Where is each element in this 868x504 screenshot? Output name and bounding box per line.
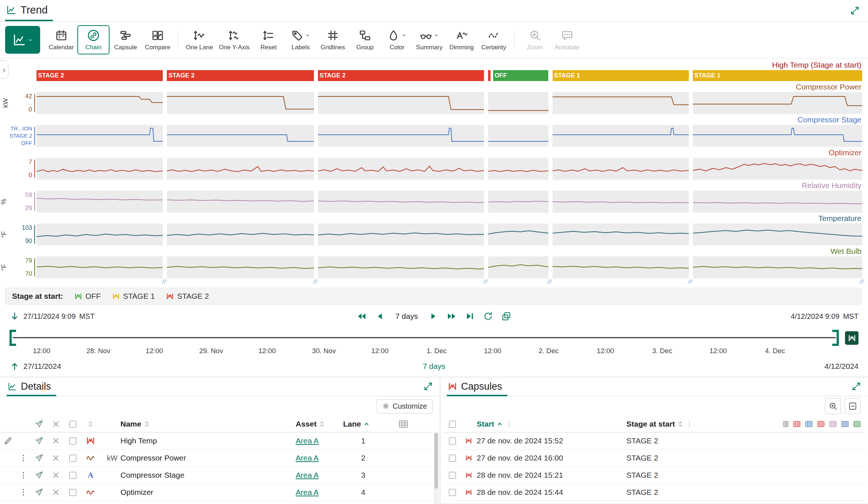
toolbar-summary[interactable]: Summary [413, 25, 446, 54]
details-expand-icon[interactable] [423, 381, 433, 392]
row-checkbox[interactable] [69, 455, 76, 462]
capsule-checkbox[interactable] [449, 455, 456, 462]
column-header-stage[interactable]: Stage at start [626, 420, 675, 428]
add-column-icon[interactable] [817, 420, 825, 428]
timeline-start-handle[interactable] [9, 330, 16, 346]
tab-capsules[interactable]: Capsules [447, 381, 507, 396]
lane-plot-wet-bulb[interactable] [37, 256, 862, 278]
step-forward-button[interactable] [428, 311, 438, 321]
lane-plot-compressor-power[interactable] [37, 92, 862, 114]
capsules-expand-icon[interactable] [851, 381, 861, 392]
fast-backward-button[interactable] [357, 311, 367, 321]
toolbar-one-lane[interactable]: One Lane [183, 25, 216, 54]
toolbar-dimming[interactable]: Dimming [446, 25, 478, 54]
remove-icon[interactable] [51, 470, 61, 480]
capsules-select-all-checkbox[interactable] [449, 421, 456, 428]
column-header-asset[interactable]: Asset [296, 420, 316, 428]
step-backward-button[interactable] [375, 311, 385, 321]
investigate-down-icon[interactable] [9, 311, 20, 321]
edit-icon[interactable] [3, 436, 13, 446]
row-checkbox[interactable] [69, 438, 76, 444]
column-header-start[interactable]: Start [477, 420, 494, 428]
toolbar-chain[interactable]: Chain [77, 25, 110, 54]
toolbar-compare[interactable]: Compare [142, 25, 174, 54]
row-menu-icon[interactable] [19, 453, 28, 463]
lane-plot-compressor-stage[interactable] [37, 125, 862, 147]
remove-icon[interactable] [51, 453, 61, 463]
details-row[interactable]: OptimizerArea A4 [0, 484, 433, 501]
toolbar-capsule[interactable]: Capsule [110, 25, 142, 54]
toolbar-one-y-axis[interactable]: One Y-Axis [216, 25, 253, 54]
capsule-segment[interactable]: STAGE 1 [693, 70, 862, 81]
legend-item[interactable]: STAGE 1 [112, 292, 155, 301]
capsule-row[interactable]: 28 de nov. de 2024 15:21STAGE 2 [444, 467, 864, 484]
capsule-segment[interactable] [488, 70, 491, 81]
row-menu-icon[interactable] [19, 470, 28, 480]
capsule-row[interactable]: 28 de nov. de 2024 15:44STAGE 2 [444, 484, 864, 501]
row-checkbox[interactable] [69, 472, 76, 479]
tab-details[interactable]: Details [7, 381, 56, 396]
row-checkbox[interactable] [69, 489, 76, 496]
add-column-icon[interactable] [829, 420, 837, 428]
lane-plot-optimizer[interactable] [37, 158, 862, 180]
select-all-checkbox[interactable] [69, 421, 76, 428]
details-row[interactable]: High TempArea A1 [0, 432, 433, 450]
details-row[interactable]: ACompressor StageArea A3 [0, 467, 433, 484]
timeline-end-handle[interactable] [832, 330, 839, 346]
tab-trend[interactable]: Trend [5, 0, 53, 21]
customize-button[interactable]: Customize [377, 399, 433, 413]
remove-icon[interactable] [51, 488, 61, 497]
panel-collapse-handle[interactable]: › [0, 61, 8, 79]
capsule-row[interactable]: 27 de nov. de 2024 15:52STAGE 2 [444, 432, 864, 450]
investigate-up-icon[interactable] [9, 361, 20, 371]
timeline-track[interactable] [13, 337, 836, 338]
y-axis-temperature[interactable]: °F10390 [0, 224, 37, 245]
toolbar-group[interactable]: Group [349, 25, 381, 54]
toolbar-annotate[interactable]: Annotate [551, 25, 583, 54]
explore-icon[interactable] [34, 436, 44, 446]
explore-all-icon[interactable] [34, 419, 44, 429]
series-label-compressor-power[interactable]: Compressor Power [0, 82, 868, 92]
column-header-name[interactable]: Name [120, 420, 141, 428]
capsule-checkbox[interactable] [449, 489, 456, 496]
series-label-high-temp[interactable]: High Temp (Stage at start) [0, 60, 868, 70]
capsule-row[interactable]: 27 de nov. de 2024 16:00STAGE 2 [444, 450, 864, 467]
y-axis-compressor-stage[interactable]: TR...IONSTAGE 2OFF [0, 125, 37, 147]
sort-stage-icon[interactable] [676, 420, 684, 428]
scrollbar-thumb[interactable] [434, 433, 438, 489]
table-columns-icon[interactable] [398, 419, 409, 429]
start-column-menu-icon[interactable] [505, 420, 512, 428]
details-scrollbar[interactable] [434, 432, 439, 504]
capsule-segment[interactable]: OFF [493, 70, 549, 81]
legend-item[interactable]: OFF [74, 292, 101, 301]
capsule-checkbox[interactable] [449, 438, 456, 444]
maximize-icon[interactable] [850, 5, 860, 16]
add-column-icon[interactable] [841, 420, 849, 428]
series-label-temperature[interactable]: Temperature [0, 213, 868, 224]
toolbar-zoom[interactable]: Zoom [519, 25, 551, 54]
range-start-date[interactable]: 27/11/2024 [23, 362, 61, 371]
zoom-to-capsule-button[interactable] [825, 398, 841, 414]
toolbar-gridlines[interactable]: Gridlines [317, 25, 349, 54]
add-column-icon[interactable] [792, 420, 801, 428]
explore-icon[interactable] [34, 453, 44, 463]
details-row[interactable]: kWCompressor PowerArea A2 [0, 450, 433, 467]
refresh-button[interactable] [483, 311, 493, 321]
series-label-wet-bulb[interactable]: Wet Bulb [0, 246, 868, 256]
sort-name-icon[interactable] [143, 420, 151, 428]
range-start-datetime[interactable]: 27/11/2024 9:09 [23, 312, 76, 321]
series-label-optimizer[interactable]: Optimizer [0, 148, 868, 158]
fast-forward-button[interactable] [446, 311, 457, 321]
series-label-relative-humidity[interactable]: Relative Humidity [0, 180, 868, 191]
explore-icon[interactable] [34, 470, 44, 480]
row-menu-icon[interactable] [19, 488, 28, 497]
capsule-segment[interactable]: STAGE 1 [553, 70, 689, 81]
sort-type-icon[interactable] [87, 420, 95, 428]
capsule-segment[interactable]: STAGE 2 [167, 70, 314, 81]
lane-plot-relative-humidity[interactable] [37, 191, 862, 213]
collapse-rows-button[interactable] [845, 398, 861, 414]
explore-icon[interactable] [34, 488, 44, 497]
y-axis-wet-bulb[interactable]: °F7970 [0, 256, 37, 278]
capsule-checkbox[interactable] [449, 472, 456, 479]
asset-link[interactable]: Area A [296, 488, 319, 497]
